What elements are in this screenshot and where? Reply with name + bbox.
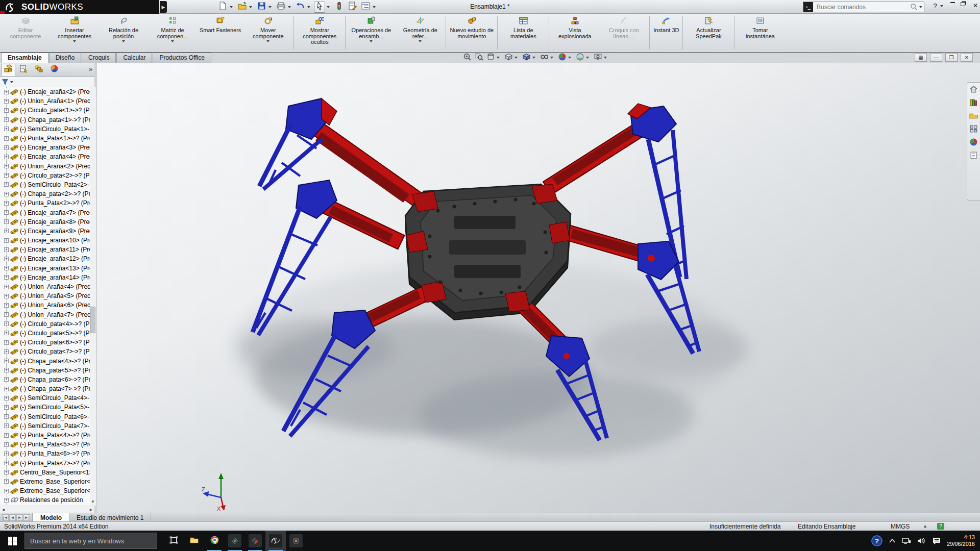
print-button[interactable] (275, 2, 286, 13)
rebuild-button[interactable] (333, 2, 345, 13)
dropdown-icon[interactable] (370, 40, 373, 42)
tree-item[interactable]: +(-) Union_Araña<7> (Prec (0, 310, 91, 319)
expand-icon[interactable]: + (4, 442, 9, 447)
search-dropdown-icon[interactable] (919, 6, 922, 8)
filter-dropdown-icon[interactable] (10, 81, 13, 83)
dropdown-icon[interactable] (266, 40, 270, 42)
taskbar-clock[interactable]: 4:13 29/06/2016 (947, 534, 978, 547)
expand-icon[interactable]: + (4, 155, 9, 159)
first-tab-button[interactable]: |◄ (2, 514, 9, 521)
appearances-button[interactable] (969, 138, 979, 148)
ribbon-speedpak-button[interactable]: Actualizar SpeedPak (684, 15, 733, 52)
dark-orange-app-taskbar-button[interactable] (286, 531, 306, 551)
panel-tab-feature-manager[interactable] (1, 64, 15, 76)
expand-icon[interactable]: + (4, 331, 9, 335)
panel-expand-chevron[interactable]: » (89, 66, 92, 73)
hide-show-items-button[interactable] (539, 53, 556, 63)
ribbon-instant3d-button[interactable]: Instant 3D (651, 15, 681, 52)
tree-item[interactable]: +(-) Encaje_araña<11> (Pre (0, 245, 91, 254)
tree-item[interactable]: +(-) Punta_Pata<1>->? (Pre (0, 134, 91, 143)
expand-icon[interactable]: + (4, 321, 9, 326)
restore-button[interactable] (961, 2, 965, 6)
ribbon-insert-components-button[interactable]: Insertar componentes (50, 15, 99, 52)
tree-item[interactable]: +(-) Encaje_araña<14> (Pre (0, 273, 91, 282)
scrollbar-down-arrow[interactable]: ▼ (90, 498, 96, 506)
edit-appearance-button[interactable] (557, 53, 574, 63)
expand-icon[interactable]: + (4, 359, 9, 363)
resources-button[interactable] (969, 85, 979, 95)
expand-icon[interactable]: + (4, 201, 9, 206)
panel-tab-property-manager[interactable] (16, 64, 31, 76)
expand-icon[interactable]: + (4, 312, 9, 317)
expand-icon[interactable]: + (4, 461, 9, 465)
tree-item[interactable]: +(-) Circulo_pata<1>->? (P (0, 106, 91, 115)
dropdown-icon[interactable] (122, 40, 125, 42)
expand-icon[interactable]: + (4, 164, 9, 168)
tree-item[interactable]: +Extremo_Base_Superior<4 (0, 486, 91, 495)
options-button[interactable] (360, 2, 371, 13)
tree-item[interactable]: +(-) Punta_Pata<6>->? (Pre (0, 449, 91, 458)
doc-restore-button[interactable]: ❐ (945, 53, 958, 62)
apply-scene-button[interactable] (575, 53, 592, 63)
expand-icon[interactable]: + (4, 192, 9, 196)
expand-icon[interactable]: + (4, 238, 9, 243)
tab-ensamblaje[interactable]: Ensamblaje (1, 53, 48, 63)
design-library-button[interactable] (969, 98, 979, 108)
ribbon-bom-button[interactable]: Lista de materiales (499, 15, 548, 52)
dropdown-icon[interactable] (171, 40, 174, 42)
chrome-taskbar-button[interactable] (204, 531, 225, 551)
undo-button[interactable] (295, 2, 306, 13)
expand-icon[interactable]: + (4, 452, 9, 456)
taskbar-search-box[interactable]: Buscar en la web y en Windows (24, 533, 157, 549)
help-bubble-icon[interactable]: ? (871, 535, 883, 546)
expand-icon[interactable]: + (4, 136, 9, 141)
select-button[interactable] (314, 2, 325, 13)
ribbon-move-component-button[interactable]: Mover componente (243, 15, 292, 52)
ribbon-mate-button[interactable]: Relación de posición (99, 15, 148, 52)
dropdown-icon[interactable] (249, 6, 252, 8)
window-menu-button[interactable]: ▦ (915, 53, 927, 62)
expand-icon[interactable]: + (4, 247, 9, 252)
doc-tab-modelo[interactable]: Modelo (33, 513, 69, 521)
tree-item[interactable]: +(-) Encaje_araña<13> (Pre (0, 264, 91, 273)
tree-item[interactable]: +(-) Punta_Pata<2>->? (Pre (0, 198, 91, 208)
expand-icon[interactable]: + (4, 433, 9, 438)
tree-item[interactable]: +(-) Encaje_araña<2> (Prec (0, 87, 91, 96)
tree-item[interactable]: +(-) Punta_Pata<5>->? (Pre (0, 440, 91, 449)
tree-item[interactable]: +(-) Chapa_pata<4>->? (Pr (0, 356, 91, 365)
dropdown-icon[interactable] (373, 6, 376, 8)
tree-item[interactable]: +(-) SemiCirculo_Pata<1>- (0, 124, 91, 134)
file-properties-button[interactable] (347, 2, 358, 13)
tab-croquis[interactable]: Croquis (82, 53, 116, 63)
tree-vertical-scrollbar[interactable]: ▼ (90, 87, 96, 506)
expand-icon[interactable]: + (4, 340, 9, 345)
last-tab-button[interactable]: ►| (23, 514, 30, 521)
expand-icon[interactable]: + (4, 423, 9, 428)
tree-item[interactable]: +(-) SemiCirculo_Pata<6>- (0, 412, 91, 421)
tree-item[interactable]: +Extremo_Base_Superior<3 (0, 477, 91, 486)
expand-icon[interactable]: + (4, 257, 9, 261)
volume-icon[interactable] (917, 537, 926, 544)
task-view-taskbar-button[interactable] (163, 531, 184, 551)
search-icon[interactable] (910, 3, 918, 11)
network-icon[interactable] (902, 537, 911, 544)
dropdown-icon[interactable] (568, 57, 571, 59)
dropdown-icon[interactable] (604, 57, 607, 59)
tree-item[interactable]: +(-) Encaje_araña<12> (Pre (0, 254, 91, 263)
ribbon-show-hidden-button[interactable]: Mostrar componentes ocultos (295, 15, 344, 52)
expand-icon[interactable]: + (4, 489, 9, 493)
next-tab-button[interactable]: ► (16, 514, 23, 521)
dark-red-app-taskbar-button[interactable] (245, 531, 265, 551)
tree-item[interactable]: +(-) Encaje_araña<10> (Pre (0, 236, 91, 245)
dropdown-icon[interactable] (550, 57, 553, 59)
tab-productos-office[interactable]: Productos Office (153, 53, 211, 63)
dropdown-icon[interactable] (514, 57, 518, 59)
filter-funnel-icon[interactable] (2, 79, 9, 86)
save-button[interactable] (256, 2, 267, 13)
tree-item[interactable]: +(-) Circulo_pata<5>->? (P (0, 329, 91, 338)
tree-item[interactable]: +Centro_Base_Superior<1> (0, 468, 91, 477)
units-selector[interactable]: MMGS (891, 523, 910, 530)
scrollbar-thumb[interactable] (90, 307, 95, 333)
minimize-button[interactable] (950, 2, 955, 4)
expand-icon[interactable]: + (4, 90, 9, 94)
